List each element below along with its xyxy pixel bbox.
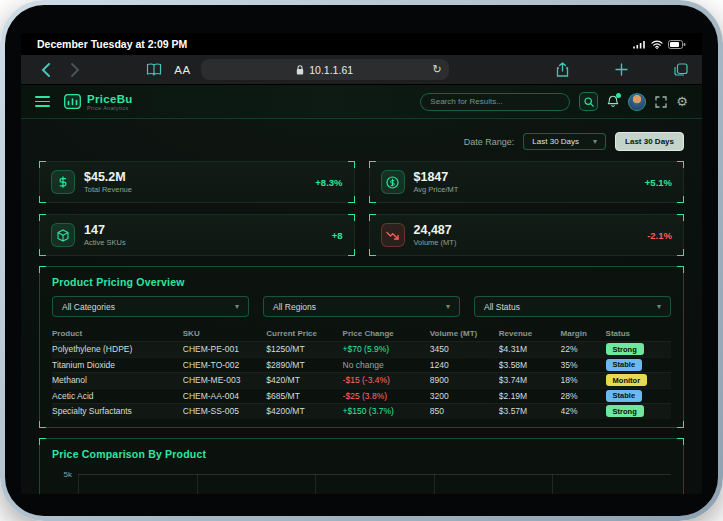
chevron-down-icon: ▾ xyxy=(235,302,239,311)
brand-logo[interactable]: PriceBu Price Analytics xyxy=(64,93,133,111)
cell-margin: 42% xyxy=(561,406,606,416)
filter-status-select[interactable]: All Status ▾ xyxy=(474,296,671,317)
cell-price-change: -$15 (-3.4%) xyxy=(343,375,430,385)
pricing-table: Product SKU Current Price Price Change V… xyxy=(52,326,671,419)
cell-margin: 18% xyxy=(561,375,606,385)
cell-price-change: +$150 (3.7%) xyxy=(343,406,430,416)
cell-revenue: $3.74M xyxy=(499,375,561,385)
reader-book-icon[interactable] xyxy=(146,63,162,76)
cube-icon xyxy=(51,223,75,247)
url-text: 10.1.1.61 xyxy=(309,64,353,76)
table-row[interactable]: Polyethylene (HDPE) CHEM-PE-001 $1250/MT… xyxy=(52,341,671,357)
reload-icon[interactable]: ↻ xyxy=(432,63,441,76)
browser-toolbar: AA 10.1.1.61 ↻ xyxy=(21,55,702,85)
revenue-icon xyxy=(51,170,75,194)
new-tab-plus-icon[interactable] xyxy=(615,63,628,76)
cell-revenue: $2.19M xyxy=(499,391,561,401)
menu-icon[interactable] xyxy=(35,96,50,107)
forward-icon[interactable] xyxy=(65,60,85,80)
chevron-down-icon: ▾ xyxy=(593,137,597,146)
cell-price-change: +$70 (5.9%) xyxy=(343,344,430,354)
date-range-row: Date Range: Last 30 Days ▾ Last 30 Days xyxy=(39,132,684,151)
stat-card-volume[interactable]: 24,487 Volume (MT) -2.1% xyxy=(369,214,685,256)
cell-product: Titanium Dioxide xyxy=(52,360,183,370)
date-range-label: Date Range: xyxy=(464,137,515,147)
screen: December Tuesday at 2:09 PM xyxy=(21,33,702,494)
gear-icon: ⚙ xyxy=(676,94,688,109)
cell-price-change: -$25 (3.8%) xyxy=(343,391,430,401)
back-icon[interactable] xyxy=(35,60,55,80)
stat-card-total-revenue[interactable]: $45.2M Total Revenue +8.3% xyxy=(39,161,355,203)
col-header-current-price: Current Price xyxy=(266,329,342,338)
status-time: December Tuesday at 2:09 PM xyxy=(37,38,187,50)
cell-sku: CHEM-PE-001 xyxy=(183,344,267,354)
brand-tagline: Price Analytics xyxy=(87,105,133,111)
stat-label: Total Revenue xyxy=(84,185,132,194)
table-header-row: Product SKU Current Price Price Change V… xyxy=(52,326,671,341)
corner-accent xyxy=(348,196,355,203)
table-row[interactable]: Methanol CHEM-ME-003 $420/MT -$15 (-3.4%… xyxy=(52,372,671,388)
date-range-select[interactable]: Last 30 Days ▾ xyxy=(523,133,606,150)
stat-card-active-skus[interactable]: 147 Active SKUs +8 xyxy=(39,214,355,256)
tabs-overview-icon[interactable] xyxy=(674,63,688,76)
stat-delta: +8 xyxy=(332,230,343,241)
cell-price: $4200/MT xyxy=(266,406,342,416)
cell-sku: CHEM-SS-005 xyxy=(183,406,267,416)
fullscreen-button[interactable] xyxy=(655,96,667,108)
corner-accent xyxy=(677,421,684,428)
cell-margin: 35% xyxy=(561,360,606,370)
col-header-status: Status xyxy=(606,329,671,338)
cell-product: Polyethylene (HDPE) xyxy=(52,344,183,354)
table-row[interactable]: Titanium Dioxide CHEM-TO-002 $2890/MT No… xyxy=(52,357,671,373)
stat-value: $1847 xyxy=(414,170,459,184)
col-header-revenue: Revenue xyxy=(499,329,561,338)
table-row[interactable]: Specialty Surfactants CHEM-SS-005 $4200/… xyxy=(52,403,671,419)
user-avatar[interactable] xyxy=(628,93,646,111)
share-icon[interactable] xyxy=(556,62,569,77)
corner-accent xyxy=(348,161,355,168)
col-header-product: Product xyxy=(52,329,183,338)
col-header-margin: Margin xyxy=(561,329,606,338)
cell-price: $685/MT xyxy=(266,391,342,401)
date-range-apply-button[interactable]: Last 30 Days xyxy=(615,132,684,151)
corner-accent xyxy=(369,161,376,168)
col-header-sku: SKU xyxy=(183,329,267,338)
corner-accent xyxy=(348,214,355,221)
date-range-value: Last 30 Days xyxy=(532,137,579,146)
cell-volume: 3450 xyxy=(430,344,499,354)
corner-accent xyxy=(369,196,376,203)
notifications-button[interactable] xyxy=(607,95,619,108)
stat-label: Avg Price/MT xyxy=(414,185,459,194)
cell-volume: 3200 xyxy=(430,391,499,401)
chevron-down-icon: ▾ xyxy=(657,302,661,311)
stat-value: $45.2M xyxy=(84,170,132,184)
notification-dot xyxy=(616,93,621,98)
cell-price-change: No change xyxy=(343,360,430,370)
address-bar[interactable]: 10.1.1.61 ↻ xyxy=(201,59,449,80)
text-size-button[interactable]: AA xyxy=(174,64,190,76)
cell-product: Acetic Acid xyxy=(52,391,183,401)
corner-accent xyxy=(39,438,46,445)
table-row[interactable]: Acetic Acid CHEM-AA-004 $685/MT -$25 (3.… xyxy=(52,388,671,404)
stat-value: 147 xyxy=(84,223,126,237)
corner-accent xyxy=(39,421,46,428)
lock-icon xyxy=(296,65,304,75)
corner-accent xyxy=(39,161,46,168)
stat-value: 24,487 xyxy=(414,223,457,237)
status-bar: December Tuesday at 2:09 PM xyxy=(21,33,702,55)
status-badge: Strong xyxy=(606,405,644,417)
settings-button[interactable]: ⚙ xyxy=(676,95,688,108)
filter-categories-select[interactable]: All Categories ▾ xyxy=(52,296,249,317)
search-button[interactable] xyxy=(579,92,598,111)
corner-accent xyxy=(39,196,46,203)
search-input[interactable] xyxy=(420,93,570,111)
cell-price: $2890/MT xyxy=(266,360,342,370)
filter-regions-select[interactable]: All Regions ▾ xyxy=(263,296,460,317)
corner-accent xyxy=(348,249,355,256)
pricing-overview-panel: Product Pricing Overview All Categories … xyxy=(39,266,684,428)
stat-card-avg-price[interactable]: $1847 Avg Price/MT +5.1% xyxy=(369,161,685,203)
corner-accent xyxy=(677,249,684,256)
chevron-down-icon: ▾ xyxy=(446,302,450,311)
cell-sku: CHEM-TO-002 xyxy=(183,360,267,370)
corner-accent xyxy=(677,196,684,203)
